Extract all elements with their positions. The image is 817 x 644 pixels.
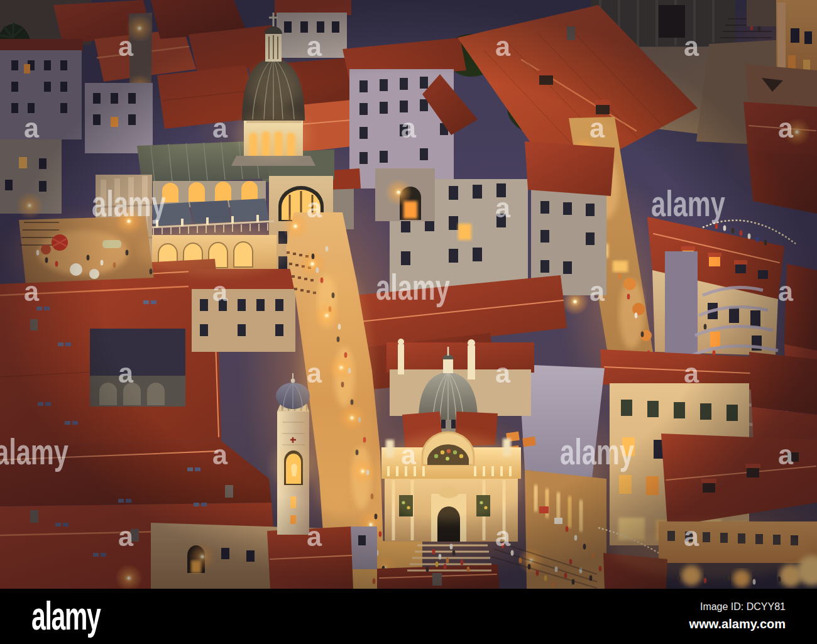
alamy-logo: alamy [31, 596, 100, 636]
cityscape-svg [0, 0, 817, 589]
alamy-url-text: www.alamy.com [689, 617, 786, 631]
alamy-footer-bar: alamy Image ID: DCYY81 www.alamy.com [0, 589, 817, 644]
vignette [0, 0, 817, 589]
image-id-text: Image ID: DCYY81 [689, 601, 786, 613]
dubrovnik-night-photo [0, 0, 817, 589]
footer-meta: Image ID: DCYY81 www.alamy.com [689, 601, 786, 631]
alamy-stock-photo-page: aaaaaaaaaaaaaaaaaaaaaaaaaaalamyalamyalam… [0, 0, 817, 644]
